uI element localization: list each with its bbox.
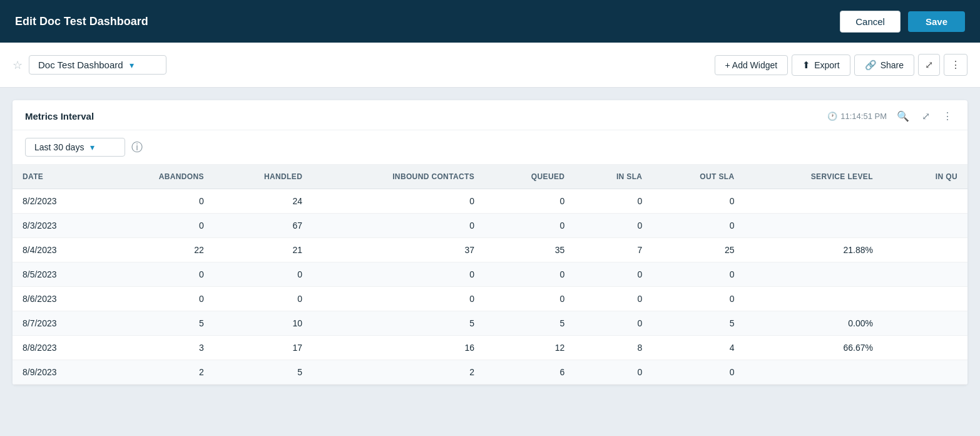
table-cell xyxy=(883,238,967,262)
widget-more-button[interactable]: ⋮ xyxy=(940,109,955,123)
table-cell: 8/5/2023 xyxy=(13,262,104,287)
header-actions: Cancel Save xyxy=(840,11,965,33)
more-options-button[interactable]: ⋮ xyxy=(944,54,967,76)
toolbar-row: ☆ Doc Test Dashboard ▾ + Add Widget ⬆ Ex… xyxy=(0,43,980,88)
table-cell: 67 xyxy=(214,214,312,238)
table-cell: 0 xyxy=(652,360,744,385)
table-row: 8/6/2023000000 xyxy=(13,287,967,311)
table-cell xyxy=(883,311,967,336)
table-cell: 0 xyxy=(312,214,484,238)
table-cell: 0 xyxy=(574,262,652,287)
col-service-level: SERVICE LEVEL xyxy=(745,165,883,189)
table-cell: 0 xyxy=(104,262,214,287)
table-cell xyxy=(745,214,883,238)
table-cell: 0 xyxy=(574,311,652,336)
table-cell: 66.67% xyxy=(745,336,883,360)
table-cell: 0 xyxy=(484,189,574,214)
share-button[interactable]: 🔗 Share xyxy=(854,54,914,76)
metrics-table: DATE ABANDONS HANDLED INBOUND CONTACTS Q… xyxy=(13,165,967,385)
table-cell: 0 xyxy=(652,262,744,287)
expand-icon: ⤢ xyxy=(922,111,930,122)
table-cell: 2 xyxy=(312,360,484,385)
table-head: DATE ABANDONS HANDLED INBOUND CONTACTS Q… xyxy=(13,165,967,189)
widget-header-right: 🕐 11:14:51 PM 🔍 ⤢ ⋮ xyxy=(827,109,955,123)
table-cell: 0 xyxy=(652,189,744,214)
table-cell: 8/6/2023 xyxy=(13,287,104,311)
table-cell: 0 xyxy=(574,214,652,238)
clock-icon: 🕐 xyxy=(827,112,837,121)
table-cell xyxy=(745,189,883,214)
star-icon[interactable]: ☆ xyxy=(13,58,23,72)
table-cell: 7 xyxy=(574,238,652,262)
table-cell xyxy=(883,287,967,311)
table-cell: 8/7/2023 xyxy=(13,311,104,336)
main-content: Metrics Interval 🕐 11:14:51 PM 🔍 ⤢ ⋮ xyxy=(0,88,980,397)
table-cell: 0 xyxy=(652,214,744,238)
table-cell: 24 xyxy=(214,189,312,214)
table-cell: 8 xyxy=(574,336,652,360)
table-cell: 0 xyxy=(574,189,652,214)
table-row: 8/7/202351055050.00% xyxy=(13,311,967,336)
table-cell: 5 xyxy=(104,311,214,336)
table-row: 8/5/2023000000 xyxy=(13,262,967,287)
table-cell xyxy=(883,262,967,287)
table-cell: 8/2/2023 xyxy=(13,189,104,214)
table-header-row: DATE ABANDONS HANDLED INBOUND CONTACTS Q… xyxy=(13,165,967,189)
table-cell: 0 xyxy=(104,189,214,214)
table-cell: 4 xyxy=(652,336,744,360)
col-date: DATE xyxy=(13,165,104,189)
table-cell: 25 xyxy=(652,238,744,262)
widget-search-button[interactable]: 🔍 xyxy=(894,109,912,123)
table-cell: 0 xyxy=(104,214,214,238)
table-cell: 8/3/2023 xyxy=(13,214,104,238)
cancel-button[interactable]: Cancel xyxy=(840,11,901,33)
table-cell xyxy=(745,262,883,287)
widget-expand-button[interactable]: ⤢ xyxy=(919,109,932,123)
table-cell: 0 xyxy=(214,262,312,287)
table-cell: 8/8/2023 xyxy=(13,336,104,360)
col-out-sla: OUT SLA xyxy=(652,165,744,189)
table-cell xyxy=(745,360,883,385)
interval-row: Last 30 days ▾ ⓘ xyxy=(13,130,967,165)
export-icon: ⬆ xyxy=(802,60,810,71)
fullscreen-button[interactable]: ⤢ xyxy=(918,54,940,76)
share-icon: 🔗 xyxy=(865,60,877,71)
interval-chevron-icon: ▾ xyxy=(90,142,94,152)
widget-header: Metrics Interval 🕐 11:14:51 PM 🔍 ⤢ ⋮ xyxy=(13,100,967,130)
fullscreen-icon: ⤢ xyxy=(925,59,933,71)
widget-more-icon: ⋮ xyxy=(942,111,952,122)
table-cell: 17 xyxy=(214,336,312,360)
table-cell xyxy=(883,360,967,385)
table-cell: 37 xyxy=(312,238,484,262)
col-in-qu: IN QU xyxy=(883,165,967,189)
add-widget-button[interactable]: + Add Widget xyxy=(715,55,789,75)
top-header: Edit Doc Test Dashboard Cancel Save xyxy=(0,0,980,43)
share-label: Share xyxy=(880,60,904,70)
table-cell: 0 xyxy=(312,262,484,287)
table-body: 8/2/202302400008/3/202306700008/4/202322… xyxy=(13,189,967,385)
export-label: Export xyxy=(814,60,839,70)
table-cell: 0.00% xyxy=(745,311,883,336)
col-handled: HANDLED xyxy=(214,165,312,189)
save-button[interactable]: Save xyxy=(908,11,965,32)
table-cell: 0 xyxy=(484,287,574,311)
table-cell: 0 xyxy=(104,287,214,311)
table-row: 8/8/202331716128466.67% xyxy=(13,336,967,360)
table-cell: 6 xyxy=(484,360,574,385)
col-queued: QUEUED xyxy=(484,165,574,189)
interval-dropdown[interactable]: Last 30 days ▾ xyxy=(25,138,125,157)
info-icon[interactable]: ⓘ xyxy=(131,140,143,155)
table-cell: 0 xyxy=(574,360,652,385)
table-cell: 3 xyxy=(104,336,214,360)
table-cell: 0 xyxy=(312,287,484,311)
col-abandons: ABANDONS xyxy=(104,165,214,189)
table-cell: 0 xyxy=(484,262,574,287)
more-vert-icon: ⋮ xyxy=(951,59,961,71)
chevron-down-icon: ▾ xyxy=(130,60,134,70)
dashboard-dropdown[interactable]: Doc Test Dashboard ▾ xyxy=(29,55,166,75)
table-cell: 5 xyxy=(214,360,312,385)
table-cell: 5 xyxy=(312,311,484,336)
export-button[interactable]: ⬆ Export xyxy=(792,54,850,76)
timestamp-value: 11:14:51 PM xyxy=(840,112,887,121)
metrics-table-wrapper: DATE ABANDONS HANDLED INBOUND CONTACTS Q… xyxy=(13,165,967,385)
